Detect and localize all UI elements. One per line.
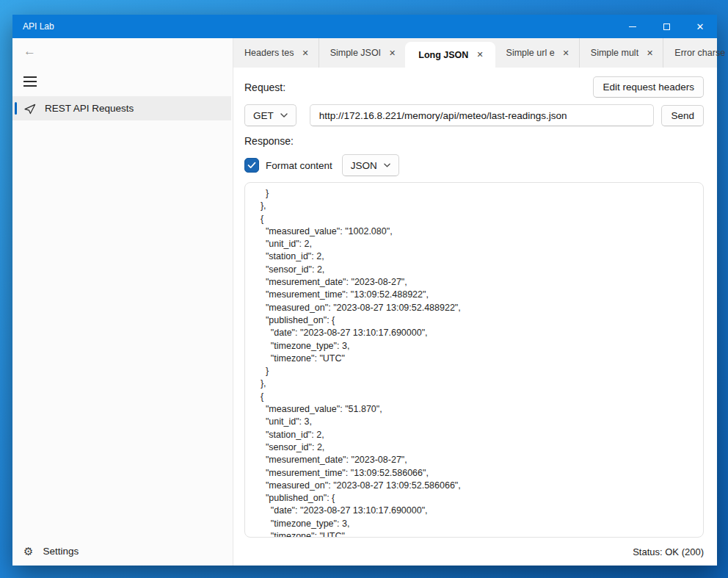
close-button[interactable]: ✕ [683,15,717,38]
tab-close-icon[interactable]: ✕ [389,49,396,57]
tab-label: Simple url e [506,48,555,58]
send-plane-icon [24,103,36,115]
tab-label: Long JSON [418,50,468,60]
chevron-down-icon [280,113,288,118]
maximize-button[interactable] [649,15,683,38]
main-pane: Headers tes ✕ Simple JSOI ✕ Long JSON ✕ … [233,38,717,566]
tab-simple-url[interactable]: Simple url e ✕ [495,38,579,68]
settings-label: Settings [43,546,79,557]
url-input[interactable]: http://172.16.8.221/memory/api/meteo/las… [310,104,655,126]
tab-label: Error charse [674,48,725,58]
tab-close-icon[interactable]: ✕ [563,49,569,57]
format-content-label: Format content [266,160,332,171]
format-content-checkbox[interactable] [244,158,259,173]
request-section-label: Request: [244,82,285,93]
tab-label: Headers tes [244,48,294,58]
sidebar-item-rest-api-requests[interactable]: REST API Requests [12,96,231,120]
tab-error-charset[interactable]: Error charse ✕ [663,38,728,68]
checkmark-icon [247,162,256,169]
tab-strip: Headers tes ✕ Simple JSOI ✕ Long JSON ✕ … [233,38,717,68]
url-value: http://172.16.8.221/memory/api/meteo/las… [319,110,567,121]
status-text: Status: OK (200) [633,546,704,557]
sidebar: ← REST API Requests ⚙ Settings [12,38,233,566]
tab-simple-mult[interactable]: Simple mult ✕ [579,38,663,68]
minimize-button[interactable] [616,15,649,38]
format-type-value: JSON [351,160,377,171]
sidebar-item-settings[interactable]: ⚙ Settings [12,540,231,563]
method-dropdown[interactable]: GET [244,104,296,126]
close-icon: ✕ [696,22,705,32]
tab-simple-json[interactable]: Simple JSOI ✕ [318,38,406,68]
back-button[interactable]: ← [23,44,36,59]
selection-accent-bar [15,102,17,115]
minimize-icon [629,26,636,27]
request-response-content: Request: Edit request headers GET http:/… [233,68,717,566]
nav-menu-button[interactable] [23,76,37,87]
edit-request-headers-button[interactable]: Edit request headers [593,76,704,98]
response-body-panel[interactable]: } }, { "measured_value": "1002.080", "un… [244,182,704,538]
tab-headers-test[interactable]: Headers tes ✕ [233,38,318,68]
tab-close-icon[interactable]: ✕ [302,49,308,57]
title-bar[interactable]: API Lab ✕ [12,15,717,38]
send-button[interactable]: Send [661,105,704,126]
chevron-down-icon [384,163,390,167]
response-section-label: Response: [244,135,704,148]
tab-label: Simple mult [591,48,638,58]
maximize-icon [663,24,670,30]
gear-icon: ⚙ [23,546,33,557]
response-body-text: } }, { "measured_value": "1002.080", "un… [245,183,703,538]
tab-long-json[interactable]: Long JSON ✕ [405,42,495,68]
tab-close-icon[interactable]: ✕ [647,49,653,57]
app-window: API Lab ✕ ← REST API Requests ⚙ Setting [12,15,717,566]
window-title: API Lab [12,21,616,32]
tab-close-icon[interactable]: ✕ [476,51,483,59]
format-type-dropdown[interactable]: JSON [342,154,399,176]
hamburger-icon [23,76,37,78]
method-value: GET [253,110,274,121]
tab-label: Simple JSOI [330,48,381,58]
sidebar-item-label: REST API Requests [45,103,134,114]
back-icon: ← [23,44,36,58]
